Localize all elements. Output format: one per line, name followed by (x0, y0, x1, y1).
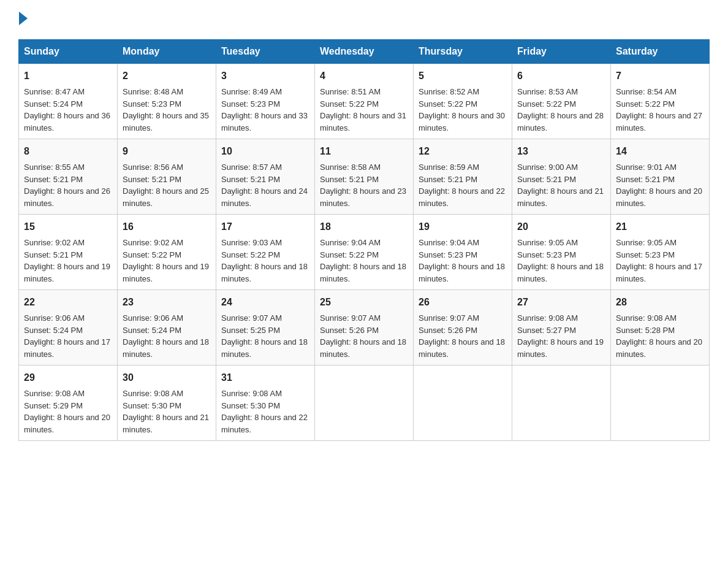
col-header-thursday: Thursday (414, 40, 512, 64)
day-number: 21 (616, 220, 704, 234)
calendar-cell (512, 366, 611, 441)
calendar-cell: 16Sunrise: 9:02 AMSunset: 5:22 PMDayligh… (118, 215, 216, 290)
day-number: 1 (24, 69, 112, 83)
day-number: 30 (123, 370, 211, 385)
calendar-cell: 11Sunrise: 8:58 AMSunset: 5:21 PMDayligh… (315, 139, 414, 215)
day-number: 10 (221, 144, 309, 159)
col-header-saturday: Saturday (611, 40, 710, 64)
logo-arrow-icon (19, 12, 28, 25)
day-number: 27 (517, 295, 605, 310)
day-number: 9 (123, 144, 211, 159)
calendar-cell: 22Sunrise: 9:06 AMSunset: 5:24 PMDayligh… (19, 290, 118, 366)
day-number: 22 (24, 295, 112, 310)
calendar-cell: 14Sunrise: 9:01 AMSunset: 5:21 PMDayligh… (611, 139, 710, 215)
calendar-cell: 29Sunrise: 9:08 AMSunset: 5:29 PMDayligh… (19, 366, 118, 441)
col-header-tuesday: Tuesday (216, 40, 315, 64)
col-header-friday: Friday (512, 40, 611, 64)
day-number: 29 (24, 370, 112, 385)
calendar-cell: 26Sunrise: 9:07 AMSunset: 5:26 PMDayligh… (414, 290, 512, 366)
day-number: 28 (616, 295, 704, 310)
calendar-cell: 3Sunrise: 8:49 AMSunset: 5:23 PMDaylight… (216, 64, 315, 139)
day-number: 31 (221, 370, 309, 385)
day-number: 16 (123, 220, 211, 234)
calendar-cell: 13Sunrise: 9:00 AMSunset: 5:21 PMDayligh… (512, 139, 611, 215)
calendar-cell: 1Sunrise: 8:47 AMSunset: 5:24 PMDaylight… (19, 64, 118, 139)
calendar-week-row: 1Sunrise: 8:47 AMSunset: 5:24 PMDaylight… (19, 64, 710, 139)
day-number: 26 (419, 295, 507, 310)
calendar-cell: 31Sunrise: 9:08 AMSunset: 5:30 PMDayligh… (216, 366, 315, 441)
day-number: 24 (221, 295, 309, 310)
calendar-cell: 18Sunrise: 9:04 AMSunset: 5:22 PMDayligh… (315, 215, 414, 290)
calendar-cell: 2Sunrise: 8:48 AMSunset: 5:23 PMDaylight… (118, 64, 216, 139)
day-number: 12 (419, 144, 507, 159)
day-number: 18 (320, 220, 408, 234)
logo (18, 12, 28, 27)
day-number: 8 (24, 144, 112, 159)
day-number: 25 (320, 295, 408, 310)
calendar-cell: 25Sunrise: 9:07 AMSunset: 5:26 PMDayligh… (315, 290, 414, 366)
calendar-cell: 24Sunrise: 9:07 AMSunset: 5:25 PMDayligh… (216, 290, 315, 366)
calendar-cell: 19Sunrise: 9:04 AMSunset: 5:23 PMDayligh… (414, 215, 512, 290)
calendar-cell: 7Sunrise: 8:54 AMSunset: 5:22 PMDaylight… (611, 64, 710, 139)
calendar-cell: 21Sunrise: 9:05 AMSunset: 5:23 PMDayligh… (611, 215, 710, 290)
calendar-cell: 12Sunrise: 8:59 AMSunset: 5:21 PMDayligh… (414, 139, 512, 215)
day-number: 17 (221, 220, 309, 234)
day-number: 13 (517, 144, 605, 159)
calendar-week-row: 8Sunrise: 8:55 AMSunset: 5:21 PMDaylight… (19, 139, 710, 215)
day-number: 15 (24, 220, 112, 234)
col-header-sunday: Sunday (19, 40, 118, 64)
calendar-cell (414, 366, 512, 441)
calendar-cell: 9Sunrise: 8:56 AMSunset: 5:21 PMDaylight… (118, 139, 216, 215)
col-header-wednesday: Wednesday (315, 40, 414, 64)
calendar-week-row: 15Sunrise: 9:02 AMSunset: 5:21 PMDayligh… (19, 215, 710, 290)
day-number: 2 (123, 69, 211, 83)
day-number: 4 (320, 69, 408, 83)
calendar-header-row: SundayMondayTuesdayWednesdayThursdayFrid… (19, 40, 710, 64)
day-number: 3 (221, 69, 309, 83)
calendar-cell: 10Sunrise: 8:57 AMSunset: 5:21 PMDayligh… (216, 139, 315, 215)
col-header-monday: Monday (118, 40, 216, 64)
calendar-cell (611, 366, 710, 441)
calendar-cell: 30Sunrise: 9:08 AMSunset: 5:30 PMDayligh… (118, 366, 216, 441)
calendar-week-row: 22Sunrise: 9:06 AMSunset: 5:24 PMDayligh… (19, 290, 710, 366)
calendar-cell (315, 366, 414, 441)
day-number: 23 (123, 295, 211, 310)
day-number: 5 (419, 69, 507, 83)
day-number: 7 (616, 69, 704, 83)
page-header (18, 12, 710, 27)
day-number: 14 (616, 144, 704, 159)
day-number: 6 (517, 69, 605, 83)
day-number: 11 (320, 144, 408, 159)
calendar-week-row: 29Sunrise: 9:08 AMSunset: 5:29 PMDayligh… (19, 366, 710, 441)
calendar-cell: 27Sunrise: 9:08 AMSunset: 5:27 PMDayligh… (512, 290, 611, 366)
calendar-cell: 28Sunrise: 9:08 AMSunset: 5:28 PMDayligh… (611, 290, 710, 366)
calendar-cell: 20Sunrise: 9:05 AMSunset: 5:23 PMDayligh… (512, 215, 611, 290)
calendar-cell: 23Sunrise: 9:06 AMSunset: 5:24 PMDayligh… (118, 290, 216, 366)
calendar-cell: 15Sunrise: 9:02 AMSunset: 5:21 PMDayligh… (19, 215, 118, 290)
calendar-cell: 8Sunrise: 8:55 AMSunset: 5:21 PMDaylight… (19, 139, 118, 215)
day-number: 19 (419, 220, 507, 234)
day-number: 20 (517, 220, 605, 234)
calendar-cell: 17Sunrise: 9:03 AMSunset: 5:22 PMDayligh… (216, 215, 315, 290)
calendar-cell: 6Sunrise: 8:53 AMSunset: 5:22 PMDaylight… (512, 64, 611, 139)
calendar-table: SundayMondayTuesdayWednesdayThursdayFrid… (18, 39, 710, 441)
calendar-cell: 5Sunrise: 8:52 AMSunset: 5:22 PMDaylight… (414, 64, 512, 139)
calendar-cell: 4Sunrise: 8:51 AMSunset: 5:22 PMDaylight… (315, 64, 414, 139)
